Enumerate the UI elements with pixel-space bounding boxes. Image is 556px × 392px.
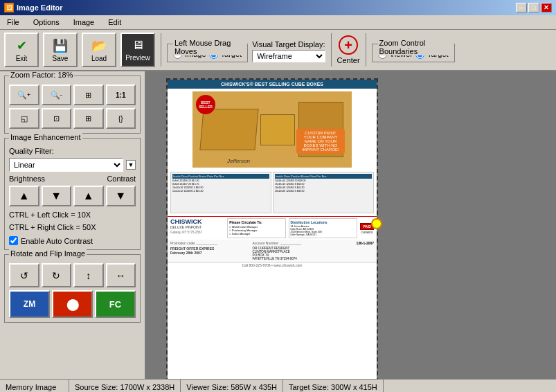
doc-bottom: Promotion code: ___________ FREIGHT OFFE…	[168, 240, 377, 262]
rotate-ccw-button[interactable]: ↺	[9, 263, 39, 287]
product-name: DELUXE PINPOINT	[170, 225, 224, 229]
save-label: Save	[53, 55, 69, 62]
save-icon: 💾	[53, 38, 68, 53]
left-panel: Zoom Factor: 18% 🔍+ 🔍- ⊞ 1:1 ◱ ⊡ ⊞ {} Im…	[0, 71, 145, 379]
bc-labels: Brightness Contrast	[9, 175, 136, 183]
status-extra	[384, 380, 556, 392]
contrast-up-button[interactable]: ▲	[73, 186, 104, 206]
rotate-flip-label: Rotate and Flip Image	[9, 249, 87, 258]
menu-options[interactable]: Options	[29, 17, 64, 28]
brightness-up-button[interactable]: ▲	[9, 186, 39, 206]
special-buttons: ZM ⬤ FC	[9, 290, 136, 318]
doc-footer: CHISWICK DELUXE PINPOINT Galway, NY 5776…	[168, 216, 377, 240]
app-icon: 🖼	[4, 3, 14, 12]
filter-dropdown-arrow[interactable]: ▼	[126, 160, 136, 170]
crosshair-icon	[339, 35, 358, 55]
distribution-locations: Distribution Locations 14 Jenna AvenueLi…	[289, 218, 358, 238]
auto-contrast-checkbox[interactable]	[9, 236, 18, 245]
bestseller-badge: BESTSELLER	[196, 95, 215, 114]
box-2	[260, 114, 295, 145]
load-label: Load	[91, 55, 107, 62]
separator-3	[366, 33, 366, 66]
image-area[interactable]: CHISWICK'S® BEST SELLING CUBE BOXES BEST…	[145, 71, 556, 379]
exit-label: Exit	[16, 55, 28, 62]
table-header-left: Inside Dims Product Boxes Price Per Box	[172, 174, 269, 179]
main-content: Zoom Factor: 18% 🔍+ 🔍- ⊞ 1:1 ◱ ⊡ ⊞ {} Im…	[0, 71, 556, 379]
menu-file[interactable]: File	[3, 17, 24, 28]
window-title: Image Editor	[17, 3, 63, 12]
bottom-right: 136-1-2007	[334, 241, 374, 260]
visual-target-display-group: Visual Target Display: Wireframe	[252, 40, 325, 62]
zoom-in-button[interactable]: 🔍+	[9, 84, 39, 105]
save-button[interactable]: 💾 Save	[43, 33, 78, 67]
center-button[interactable]: Center	[337, 35, 360, 64]
brightness-down-button[interactable]: ▼	[42, 186, 72, 206]
brightness-label: Brightness	[9, 175, 45, 183]
doc-date: 136-1-2007	[334, 241, 374, 245]
contrast-label: Contrast	[107, 175, 136, 183]
visual-target-label: Visual Target Display:	[252, 40, 325, 48]
ship-to: OR CURRENT RESIDENTCLINTON MARKETPLACEPO…	[252, 247, 331, 260]
bc-controls: ▲ ▼ ▲ ▼	[9, 186, 136, 206]
circulate-header: Please Circulate To:	[229, 220, 283, 224]
circulate-content: □ Warehouse Manager□ Purchasing Manager□…	[229, 225, 283, 235]
zoom-controls-row2: ◱ ⊡ ⊞ {}	[9, 108, 136, 129]
zoom-fit-button[interactable]: ⊞	[73, 84, 104, 105]
distribution-content: 14 Jenna AvenueLittle Rock, AR 123452559…	[291, 225, 356, 236]
call-info: Call 800-225-8708 • www.chiswick.com	[168, 262, 377, 268]
quality-filter-select[interactable]: Linear Bilinear Bicubic None	[9, 158, 123, 172]
preview-label: Preview	[125, 54, 150, 62]
window-controls: ─ □ ✕	[516, 3, 552, 12]
menu-edit[interactable]: Edit	[104, 17, 125, 28]
zm-button[interactable]: ZM	[9, 290, 50, 318]
bottom-mid: Account Number: ___________ OR CURRENT R…	[252, 241, 331, 260]
status-viewer-size: Viewer Size: 585W x 435H	[181, 380, 283, 392]
minimize-button[interactable]: ─	[516, 3, 527, 12]
box-1	[199, 109, 258, 150]
footer-left: CHISWICK DELUXE PINPOINT Galway, NY 5776…	[170, 218, 224, 238]
document-image: CHISWICK'S® BEST SELLING CUBE BOXES BEST…	[168, 80, 377, 379]
flip-vertical-button[interactable]: ↕	[73, 263, 104, 287]
contrast-down-button[interactable]: ▼	[106, 186, 136, 206]
zoom-tool-3[interactable]: ⊞	[73, 108, 104, 129]
table-data-right: 14x14x14 123460 10 $28.0016x16x16 123461…	[275, 179, 372, 193]
promotion-code: Promotion code: ___________	[170, 241, 249, 245]
orange-badge: CUSTOM PRINT YOUR COMPANY NAME ON YOUR B…	[296, 129, 345, 154]
zoom-actual-button[interactable]: 1:1	[106, 84, 136, 105]
table-header-right: Inside Dims Product Boxes Price Per Box	[275, 174, 372, 179]
flip-horizontal-button[interactable]: ↔	[106, 263, 136, 287]
load-button[interactable]: 📂 Load	[82, 33, 116, 67]
cursor-dot	[371, 218, 382, 229]
visual-target-select[interactable]: Wireframe	[252, 50, 325, 62]
zoom-tool-2[interactable]: ⊡	[42, 108, 72, 129]
fc-button[interactable]: FC	[95, 290, 136, 318]
zoom-tool-1[interactable]: ◱	[9, 108, 39, 129]
please-circulate: Please Circulate To: □ Warehouse Manager…	[227, 218, 285, 238]
maximize-button[interactable]: □	[528, 3, 539, 12]
zoom-control-boundaries-group: Zoom Control Boundaries Viewer Target	[372, 44, 455, 62]
bottom-row: Promotion code: ___________ FREIGHT OFFE…	[170, 241, 374, 260]
rotate-flip-group: Rotate and Flip Image ↺ ↻ ↕ ↔ ZM ⬤ FC	[4, 254, 141, 323]
table-row: Inside Dims Product Boxes Price Per Box …	[170, 172, 374, 213]
distribution-header: Distribution Locations	[291, 220, 356, 224]
exit-button[interactable]: ✔ Exit	[4, 33, 39, 67]
zoom-factor-group: Zoom Factor: 18% 🔍+ 🔍- ⊞ 1:1 ◱ ⊡ ⊞ {}	[4, 75, 141, 134]
image-enhancement-label: Image Enhancement	[9, 133, 82, 141]
ctrl-right-info: CTRL + Right Click = 50X	[9, 222, 136, 234]
quality-filter-label: Quality Filter:	[9, 147, 136, 155]
auto-contrast-label[interactable]: Enable Auto Contrast	[21, 237, 93, 245]
preview-button[interactable]: 🖥 Preview	[120, 33, 155, 67]
enhancement-controls: Quality Filter: Linear Bilinear Bicubic …	[9, 144, 136, 245]
zoom-out-button[interactable]: 🔍-	[42, 84, 72, 105]
zoom-factor-label: Zoom Factor: 18%	[9, 71, 74, 79]
zoom-tool-4[interactable]: {}	[106, 108, 136, 129]
red-button[interactable]: ⬤	[52, 290, 93, 318]
rotate-controls: ↺ ↻ ↕ ↔	[9, 263, 136, 287]
load-icon: 📂	[91, 38, 107, 53]
separator-1	[161, 33, 161, 66]
toolbar: ✔ Exit 💾 Save 📂 Load 🖥 Preview Left Mous…	[0, 30, 556, 71]
chiswick-small: CHISWICK	[361, 231, 373, 234]
rotate-cw-button[interactable]: ↻	[42, 263, 72, 287]
close-button[interactable]: ✕	[541, 3, 552, 12]
menu-image[interactable]: Image	[69, 17, 99, 28]
